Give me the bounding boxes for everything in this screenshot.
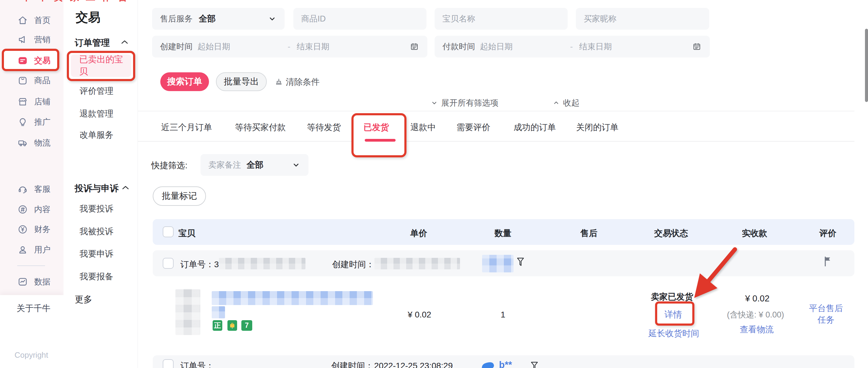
rail-item-logistics[interactable]: 物流 [17,137,51,148]
wangwang-icon[interactable] [481,361,495,368]
flag-icon[interactable] [823,256,832,267]
hashtag-bubble-icon [17,204,28,215]
end-date-placeholder: 结束日期 [579,41,612,52]
suitcase-icon [229,322,235,329]
shipping-included-note: (含快递: ¥ 0.00) [727,309,784,320]
sidebar-item-order-modify[interactable]: 改单服务 [80,129,114,141]
sidebar-item-my-reports[interactable]: 我要报备 [80,271,114,282]
tabbar-top-border [138,111,855,111]
sidebar-section-complaints[interactable]: 投诉与申诉 [75,182,119,195]
order-checkbox[interactable] [163,359,174,368]
rail-divider [17,265,45,266]
start-date-placeholder: 起始日期 [197,41,230,52]
annotation-arrow [689,245,741,302]
created-time-redacted [374,258,460,270]
sidebar-item-my-complaints[interactable]: 我要投诉 [80,203,114,215]
storefront-icon [17,96,28,107]
tab-shipped-active[interactable]: 已发货 [364,122,389,133]
broom-icon [274,78,283,87]
scrollbar-thumb[interactable] [865,29,868,102]
filter-buyer-icon[interactable] [516,257,525,267]
task-link-line1: 平台售后 [803,303,849,314]
tab-last-3-months[interactable]: 近三个月订单 [161,122,212,133]
sidebar-item-complaints-on-me[interactable]: 我被投诉 [80,226,114,237]
search-orders-button[interactable]: 搜索订单 [160,72,209,91]
rail-item-content[interactable]: 内容 [17,204,51,215]
rail-item-label: 数据 [34,276,51,287]
active-tab-underline [365,139,396,142]
order-number-redacted [217,360,316,368]
select-all-checkbox[interactable] [163,226,174,237]
unit-price: ¥ 0.02 [408,310,431,319]
chevron-up-icon[interactable] [122,185,129,190]
trade-icon [17,55,28,66]
sidebar-item-more[interactable]: 更多 [75,293,92,306]
sidebar-section-order-mgmt[interactable]: 订单管理 [75,37,110,49]
platform-aftersale-task-link[interactable]: 平台售后 任务 [803,303,849,325]
batch-mark-button[interactable]: 批量标记 [153,187,206,206]
badge-7day-return: 7 [241,320,252,331]
rail-item-service[interactable]: 客服 [17,184,51,195]
sidebar-item-review-mgmt[interactable]: 评价管理 [80,85,114,97]
batch-export-button[interactable]: 批量导出 [216,72,267,91]
clear-filters-button[interactable]: 清除条件 [274,76,320,88]
after-sale-label: 售后服务 [160,13,193,24]
rail-item-goods[interactable]: 商品 [17,75,51,86]
seller-note-field-label: 卖家备注 [208,160,241,170]
item-name-input[interactable]: 宝贝名称 [435,8,568,30]
detail-link[interactable]: 详情 [664,309,682,321]
after-sale-select[interactable]: 售后服务 全部 [152,8,285,30]
quick-filter-label: 快捷筛选: [151,160,187,171]
product-title-redacted[interactable] [212,291,373,305]
chevron-down-icon [431,100,438,106]
quantity: 1 [500,310,505,319]
view-logistics-link[interactable]: 查看物流 [740,324,774,335]
order-checkbox[interactable] [163,258,174,269]
pay-time-range-picker[interactable]: 付款时间 起始日期 - 结束日期 [435,36,710,57]
buyer-nick-input[interactable]: 买家昵称 [576,8,709,30]
rail-item-label: 营销 [34,34,51,45]
seller-note-select[interactable]: 卖家备注 全部 [200,154,309,176]
rail-item-users[interactable]: 用户 [17,244,51,255]
lightbulb-icon [17,116,28,128]
collapse-filters-link[interactable]: 收起 [553,97,580,108]
tab-needs-review[interactable]: 需要评价 [456,122,490,133]
task-link-line2: 任务 [803,314,849,325]
user-icon [17,244,28,255]
product-id-input[interactable]: 商品ID [293,8,427,30]
goods-icon [17,75,28,86]
rail-item-promotion[interactable]: 推广 [17,116,51,128]
rail-item-data[interactable]: 数据 [17,276,51,287]
created-time: 创建时间：2022-12-25 23:08:29 [331,360,453,368]
rail-item-home[interactable]: 首页 [17,15,51,26]
about-qianniu-link[interactable]: 关于千牛 [17,303,51,314]
home-icon [17,15,28,26]
filter-buyer-icon[interactable] [530,361,539,368]
tab-closed[interactable]: 关闭的订单 [576,122,619,133]
actual-amount: ¥ 0.02 [745,293,770,304]
rail-item-label: 物流 [34,137,51,148]
tab-refunding[interactable]: 退款中 [410,122,436,133]
rail-item-shop[interactable]: 店铺 [17,96,51,107]
chevron-up-icon[interactable] [121,40,128,45]
tab-successful[interactable]: 成功的订单 [514,122,556,133]
product-thumbnail-redacted[interactable] [176,289,200,335]
tab-awaiting-payment[interactable]: 等待买家付款 [235,122,286,133]
rail-item-marketing[interactable]: 营销 [17,34,51,45]
start-date-placeholder: 起始日期 [480,41,513,52]
extend-receipt-time-link[interactable]: 延长收货时间 [648,328,699,339]
rail-item-label: 商品 [34,75,51,86]
sidebar-item-my-appeals[interactable]: 我要申诉 [80,248,114,260]
sidebar-item-refund-mgmt[interactable]: 退款管理 [80,108,114,119]
sidebar-title: 交易 [75,9,100,26]
tab-awaiting-shipment[interactable]: 等待发货 [307,122,341,133]
badge-genuine: 正 [213,320,222,331]
expand-all-filters-link[interactable]: 展开所有筛选项 [431,97,498,108]
sidebar-item-sold-items[interactable]: 已卖出的宝贝 [71,54,131,77]
rail-item-trade[interactable]: 交易 [17,55,51,66]
rail-item-finance[interactable]: 财务 [17,224,51,235]
buyer-nick-masked[interactable]: b** [499,360,512,368]
create-time-range-picker[interactable]: 创建时间 起始日期 - 结束日期 [152,36,427,57]
col-header-status: 交易状态 [654,228,688,239]
yuan-circle-icon [17,224,28,235]
